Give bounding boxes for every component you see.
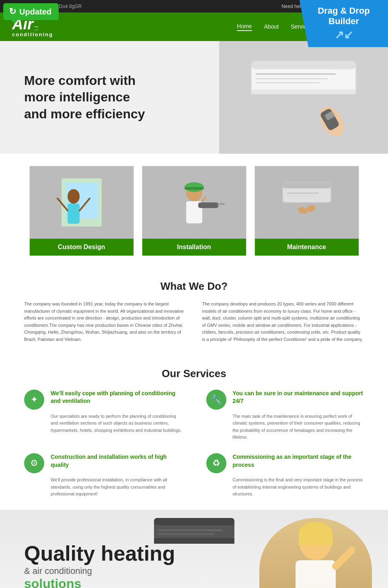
hero-text: More comfort with more intelligence and … [24, 72, 145, 123]
quality-line3: solutions [24, 576, 175, 588]
refresh-icon: ↻ [9, 6, 16, 17]
card-label-custom-design: Custom Design [30, 239, 133, 256]
updated-badge: ↻ Updated [3, 3, 59, 20]
service-item-4-header: ♻ Commissioning as an important stage of… [206, 453, 364, 473]
svg-rect-2 [255, 73, 336, 75]
service-item-4: ♻ Commissioning as an important stage of… [206, 453, 364, 498]
service-item-1-header: ✦ We'll easily cope with planning of con… [24, 390, 182, 410]
card-label-installation: Installation [142, 239, 246, 256]
svg-rect-17 [185, 187, 204, 190]
logo-conditioning: conditioning [12, 32, 53, 37]
drag-drop-line1: Drag & Drop [318, 6, 370, 16]
services-grid: ✦ We'll easily cope with planning of con… [24, 390, 364, 498]
service-item-4-title: Commissioning as an important stage of t… [233, 453, 364, 469]
ac-unit-svg [243, 53, 364, 142]
svg-point-11 [68, 189, 80, 204]
what-we-do-col1: The company was founded in 1991 year, to… [24, 301, 186, 343]
custom-design-illustration [45, 170, 118, 235]
service-item-3: ⚙ Construction and installation works of… [24, 453, 182, 498]
installation-illustration [158, 170, 230, 235]
updated-label: Updated [19, 7, 51, 17]
quality-line1: Quality heating [24, 541, 175, 566]
svg-line-21 [202, 198, 205, 201]
svg-rect-25 [287, 196, 315, 197]
svg-rect-3 [255, 78, 328, 79]
quality-line2: & air conditioning [24, 566, 175, 576]
what-we-do-section: What We Do? The company was founded in 1… [0, 268, 388, 355]
service-cards: Custom Design Installation [0, 154, 388, 268]
service-item-2-header: 🔧 You can be sure in our maintenance and… [206, 390, 364, 410]
svg-line-37 [336, 550, 352, 566]
person-svg [259, 518, 372, 588]
service-item-3-title: Construction and installation works of h… [51, 453, 182, 469]
service-card-maintenance[interactable]: Maintenance [255, 166, 359, 256]
quality-section: Quality heating & air conditioning solut… [0, 510, 388, 588]
svg-rect-4 [255, 82, 320, 83]
service-item-3-header: ⚙ Construction and installation works of… [24, 453, 182, 473]
service-item-1: ✦ We'll easily cope with planning of con… [24, 390, 182, 441]
svg-point-27 [297, 206, 308, 215]
what-we-do-heading: What We Do? [24, 280, 364, 293]
service-item-1-body: Our specialists are ready to perform the… [24, 413, 182, 434]
nav-about[interactable]: About [264, 23, 279, 31]
asterisk-icon: ✦ [24, 390, 44, 410]
recycle-icon: ♻ [206, 453, 226, 473]
hero-section: More comfort with more intelligence and … [0, 41, 388, 154]
svg-rect-32 [154, 538, 234, 544]
service-item-2: 🔧 You can be sure in our maintenance and… [206, 390, 364, 441]
maintenance-illustration [271, 170, 343, 235]
quality-person [259, 518, 372, 588]
svg-rect-31 [158, 533, 214, 535]
nav-home[interactable]: Home [237, 23, 252, 31]
svg-rect-36 [299, 533, 333, 545]
service-item-2-body: The main task of the maintenance is ensu… [206, 413, 364, 441]
card-image-custom-design [30, 166, 133, 239]
service-item-4-body: Commissioning is the final and very impo… [206, 477, 364, 498]
card-image-maintenance [255, 166, 359, 239]
svg-rect-5 [251, 89, 356, 94]
hero-headline: More comfort with more intelligence and … [24, 72, 145, 123]
card-label-maintenance: Maintenance [255, 239, 359, 256]
svg-rect-1 [251, 61, 356, 69]
svg-rect-19 [198, 202, 218, 208]
service-item-3-body: We'll provide professional installation,… [24, 477, 182, 498]
service-card-custom-design[interactable]: Custom Design [29, 166, 134, 256]
our-services-section: Our Services ✦ We'll easily cope with pl… [0, 355, 388, 510]
quality-ac-unit [154, 518, 234, 548]
card-image-installation [142, 166, 246, 239]
what-we-do-columns: The company was founded in 1991 year, to… [24, 301, 364, 343]
drag-drop-line2: Builder [328, 16, 359, 26]
wrench-icon: 🔧 [206, 390, 226, 410]
quality-text: Quality heating & air conditioning solut… [24, 541, 175, 588]
svg-rect-24 [287, 192, 319, 194]
hero-image [219, 41, 388, 154]
svg-rect-29 [154, 518, 234, 525]
svg-rect-23 [283, 182, 331, 188]
svg-rect-20 [218, 203, 225, 205]
quality-ac-svg [154, 518, 234, 546]
service-card-installation[interactable]: Installation [142, 166, 246, 256]
what-we-do-col2: The company develops and produces 20 typ… [202, 301, 364, 343]
svg-rect-34 [296, 560, 336, 588]
svg-rect-30 [158, 529, 222, 531]
our-services-heading: Our Services [24, 367, 364, 380]
gear-icon: ⚙ [24, 453, 44, 473]
service-item-2-title: You can be sure in our maintenance and s… [233, 390, 364, 405]
svg-rect-12 [68, 204, 80, 224]
arrows-icon: ↗↙ [307, 28, 381, 41]
drag-drop-badge: Drag & Drop Builder ↗↙ [300, 0, 388, 47]
service-item-1-title: We'll easily cope with planning of condi… [51, 390, 182, 405]
